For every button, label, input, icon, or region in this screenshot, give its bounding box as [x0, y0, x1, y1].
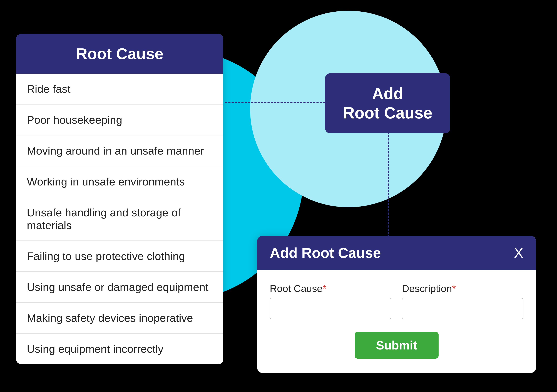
list-item[interactable]: Ride fast [16, 74, 223, 105]
dialog-header: Add Root Cause X [257, 236, 536, 270]
add-root-cause-dialog: Add Root Cause X Root Cause* Description… [257, 236, 536, 373]
dialog-close-button[interactable]: X [514, 245, 524, 261]
dashed-line-vertical [388, 129, 389, 250]
add-root-cause-button[interactable]: Add Root Cause [325, 73, 450, 133]
description-input[interactable] [402, 298, 524, 319]
description-label: Description* [402, 283, 524, 294]
list-item[interactable]: Poor housekeeping [16, 105, 223, 135]
list-item[interactable]: Making safety devices inoperative [16, 303, 223, 334]
dialog-fields: Root Cause* Description* [270, 283, 524, 319]
list-item[interactable]: Failing to use protective clothing [16, 241, 223, 272]
root-cause-input[interactable] [270, 298, 391, 319]
root-cause-card-header: Root Cause [16, 34, 223, 74]
dialog-submit-row: Submit [270, 332, 524, 359]
submit-button[interactable]: Submit [355, 332, 439, 359]
root-cause-required: * [323, 283, 327, 294]
dialog-title: Add Root Cause [270, 245, 381, 261]
root-cause-label: Root Cause* [270, 283, 391, 294]
description-field: Description* [402, 283, 524, 319]
root-cause-list: Ride fast Poor housekeeping Moving aroun… [16, 74, 223, 364]
list-item[interactable]: Using unsafe or damaged equipment [16, 272, 223, 303]
list-item[interactable]: Unsafe handling and storage of materials [16, 197, 223, 241]
root-cause-field: Root Cause* [270, 283, 391, 319]
list-item[interactable]: Moving around in an unsafe manner [16, 135, 223, 166]
description-required: * [452, 283, 456, 294]
list-item[interactable]: Working in unsafe environments [16, 166, 223, 197]
dashed-line-horizontal [225, 102, 325, 103]
root-cause-card: Root Cause Ride fast Poor housekeeping M… [16, 34, 223, 364]
list-item[interactable]: Using equipment incorrectly [16, 334, 223, 364]
dialog-body: Root Cause* Description* Submit [257, 270, 536, 373]
